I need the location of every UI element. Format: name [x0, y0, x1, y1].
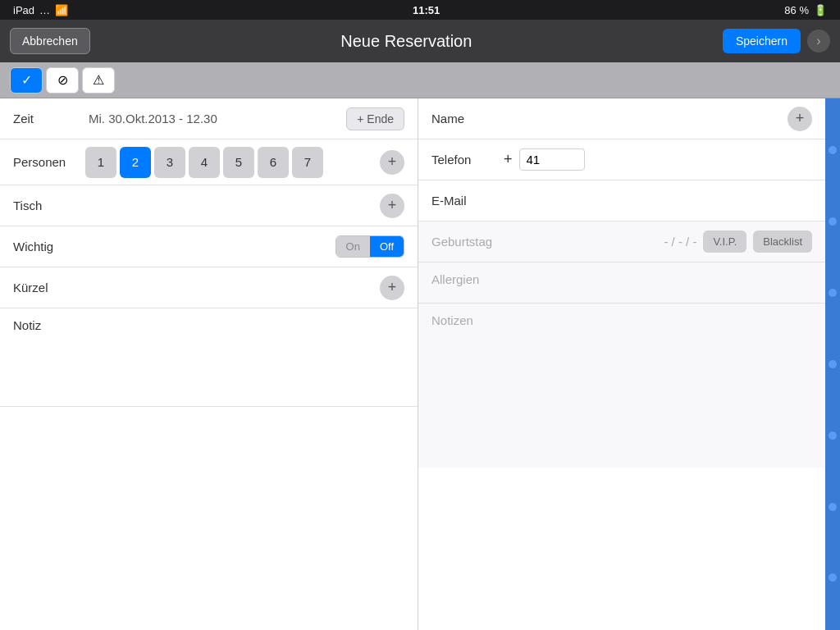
battery-label: 86 % — [784, 4, 809, 16]
check-icon: ✓ — [21, 72, 32, 88]
kurzel-add-button[interactable]: + — [380, 276, 404, 300]
person-btn-1[interactable]: 1 — [85, 147, 116, 178]
person-btn-5[interactable]: 5 — [223, 147, 254, 178]
person-btn-2[interactable]: 2 — [120, 147, 151, 178]
kurzel-label: Kürzel — [13, 281, 79, 294]
ende-button[interactable]: + Ende — [346, 107, 404, 130]
no-icon: ⊘ — [57, 72, 68, 88]
no-toolbar-button[interactable]: ⊘ — [46, 67, 79, 94]
person-btn-7[interactable]: 7 — [292, 147, 323, 178]
tisch-add-button[interactable]: + — [380, 194, 404, 218]
telefon-label: Telefon — [431, 153, 497, 167]
warning-toolbar-button[interactable]: ⚠ — [82, 67, 115, 94]
toggle-on-button[interactable]: On — [336, 236, 370, 257]
sidebar-dot-3 — [829, 289, 837, 297]
personen-row: Personen 1 2 3 4 5 6 7 + — [0, 139, 418, 185]
notiz-row: Notiz — [0, 308, 418, 407]
person-btn-6[interactable]: 6 — [258, 147, 289, 178]
name-label: Name — [431, 112, 497, 126]
person-btn-4[interactable]: 4 — [189, 147, 220, 178]
email-label: E-Mail — [431, 194, 497, 208]
geburtstag-row: Geburtstag - / - / - V.I.P. Blacklist — [418, 221, 825, 262]
person-btn-3[interactable]: 3 — [154, 147, 185, 178]
check-toolbar-button[interactable]: ✓ — [10, 67, 43, 94]
right-panel: Name + Telefon + E-Mail Geburtstag - / -… — [418, 98, 825, 630]
toggle-off-button[interactable]: Off — [370, 236, 404, 257]
zeit-row: Zeit Mi. 30.Okt.2013 - 12.30 + Ende — [0, 98, 418, 139]
battery-icon: 🔋 — [814, 4, 827, 16]
right-sidebar — [825, 98, 840, 630]
main-content: Zeit Mi. 30.Okt.2013 - 12.30 + Ende Pers… — [0, 98, 840, 630]
notiz-label: Notiz — [13, 318, 404, 332]
wifi-icon: … — [39, 4, 50, 16]
personen-add-button[interactable]: + — [380, 150, 404, 175]
telefon-input[interactable] — [519, 148, 585, 171]
status-left: iPad … 📶 — [13, 4, 68, 16]
sidebar-dot-4 — [829, 360, 837, 368]
zeit-value: Mi. 30.Okt.2013 - 12.30 — [89, 112, 336, 126]
allergien-row: Allergien — [418, 262, 825, 304]
geburtstag-date: - / - / - — [664, 235, 696, 249]
wifi-label: 📶 — [55, 4, 68, 16]
device-label: iPad — [13, 4, 34, 16]
sidebar-dot-2 — [829, 217, 837, 226]
sidebar-dot-1 — [829, 146, 837, 154]
warning-icon: ⚠ — [93, 72, 104, 88]
wichtig-row: Wichtig On Off — [0, 226, 418, 267]
name-add-button[interactable]: + — [788, 107, 812, 131]
page-title: Neue Reservation — [340, 32, 472, 51]
tisch-label: Tisch — [13, 199, 79, 212]
wichtig-toggle[interactable]: On Off — [336, 235, 404, 258]
toolbar: ✓ ⊘ ⚠ — [0, 62, 840, 98]
tisch-row: Tisch + — [0, 185, 418, 226]
save-button[interactable]: Speichern — [723, 29, 801, 53]
notizen-placeholder: Notizen — [431, 313, 473, 327]
status-bar: iPad … 📶 11:51 86 % 🔋 — [0, 0, 840, 20]
name-row: Name + — [418, 98, 825, 139]
blacklist-button[interactable]: Blacklist — [753, 231, 812, 253]
email-row: E-Mail — [418, 180, 825, 221]
nav-arrow-icon[interactable]: › — [807, 30, 830, 52]
kurzel-row: Kürzel + — [0, 267, 418, 308]
vip-button[interactable]: V.I.P. — [703, 231, 746, 253]
time-label: 11:51 — [413, 4, 440, 16]
sidebar-dot-6 — [829, 503, 837, 511]
status-right: 86 % 🔋 — [784, 4, 827, 16]
telefon-plus-icon: + — [504, 151, 513, 168]
left-panel: Zeit Mi. 30.Okt.2013 - 12.30 + Ende Pers… — [0, 98, 418, 630]
allergien-placeholder: Allergien — [431, 272, 479, 286]
notizen-row: Notizen — [418, 304, 825, 468]
telefon-row: Telefon + — [418, 139, 825, 180]
personen-label: Personen — [13, 155, 79, 169]
zeit-label: Zeit — [13, 112, 79, 126]
sidebar-dot-7 — [829, 573, 837, 582]
nav-bar: Abbrechen Neue Reservation Speichern › — [0, 20, 840, 62]
person-buttons: 1 2 3 4 5 6 7 — [85, 147, 373, 178]
cancel-button[interactable]: Abbrechen — [10, 28, 90, 54]
sidebar-dot-5 — [829, 431, 837, 440]
wichtig-label: Wichtig — [13, 240, 79, 253]
geburtstag-label: Geburtstag — [431, 235, 657, 249]
